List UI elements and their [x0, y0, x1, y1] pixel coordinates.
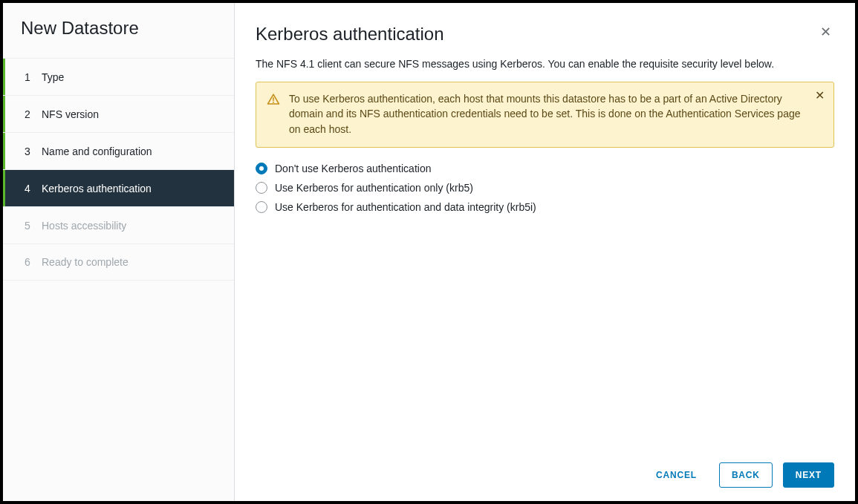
- radio-kerberos-krb5[interactable]: Use Kerberos for authentication only (kr…: [256, 182, 834, 194]
- kerberos-radio-group: Don't use Kerberos authentication Use Ke…: [256, 163, 834, 213]
- radio-indicator-icon: [256, 201, 267, 213]
- kerberos-warning-alert: To use Kerberos authentication, each hos…: [256, 82, 834, 148]
- page-header: Kerberos authentication ✕: [256, 24, 834, 45]
- radio-kerberos-krb5i[interactable]: Use Kerberos for authentication and data…: [256, 201, 834, 213]
- step-label: Type: [42, 71, 64, 83]
- radio-indicator-icon: [256, 163, 267, 174]
- wizard-step-list: 1 Type 2 NFS version 3 Name and configur…: [3, 58, 234, 281]
- next-button[interactable]: NEXT: [783, 462, 834, 488]
- step-label: NFS version: [42, 108, 99, 120]
- radio-label: Don't use Kerberos authentication: [275, 163, 431, 174]
- wizard-step-type[interactable]: 1 Type: [3, 58, 234, 95]
- step-number: 2: [19, 108, 36, 120]
- wizard-step-nfs-version[interactable]: 2 NFS version: [3, 95, 234, 132]
- alert-close-icon[interactable]: ✕: [815, 90, 825, 102]
- radio-kerberos-none[interactable]: Don't use Kerberos authentication: [256, 163, 834, 174]
- radio-indicator-icon: [256, 182, 267, 194]
- wizard-footer: CANCEL BACK NEXT: [256, 451, 834, 488]
- wizard-title: New Datastore: [3, 18, 234, 58]
- page-title: Kerberos authentication: [256, 24, 444, 45]
- step-label: Kerberos authentication: [42, 183, 152, 194]
- wizard-step-ready-complete[interactable]: 6 Ready to complete: [3, 243, 234, 281]
- wizard-window: New Datastore 1 Type 2 NFS version 3 Nam…: [0, 0, 858, 504]
- wizard-step-name-config[interactable]: 3 Name and configuration: [3, 132, 234, 169]
- radio-label: Use Kerberos for authentication only (kr…: [275, 182, 473, 194]
- wizard-step-hosts-accessibility[interactable]: 5 Hosts accessibility: [3, 206, 234, 243]
- page-description: The NFS 4.1 client can secure NFS messag…: [256, 58, 834, 70]
- wizard-step-kerberos[interactable]: 4 Kerberos authentication: [3, 169, 234, 206]
- wizard-main: Kerberos authentication ✕ The NFS 4.1 cl…: [235, 3, 855, 501]
- step-label: Name and configuration: [42, 145, 152, 157]
- svg-point-1: [273, 102, 274, 103]
- step-number: 6: [19, 256, 36, 268]
- step-label: Ready to complete: [42, 256, 129, 268]
- step-label: Hosts accessibility: [42, 220, 126, 232]
- cancel-button[interactable]: CANCEL: [644, 463, 709, 487]
- step-number: 1: [19, 71, 36, 83]
- back-button[interactable]: BACK: [719, 462, 773, 488]
- wizard-sidebar: New Datastore 1 Type 2 NFS version 3 Nam…: [3, 3, 235, 501]
- warning-triangle-icon: [267, 93, 280, 106]
- step-number: 3: [19, 145, 36, 157]
- alert-text: To use Kerberos authentication, each hos…: [289, 91, 823, 137]
- step-number: 5: [19, 220, 36, 232]
- step-number: 4: [19, 183, 36, 194]
- close-icon[interactable]: ✕: [817, 24, 834, 40]
- radio-label: Use Kerberos for authentication and data…: [275, 201, 536, 213]
